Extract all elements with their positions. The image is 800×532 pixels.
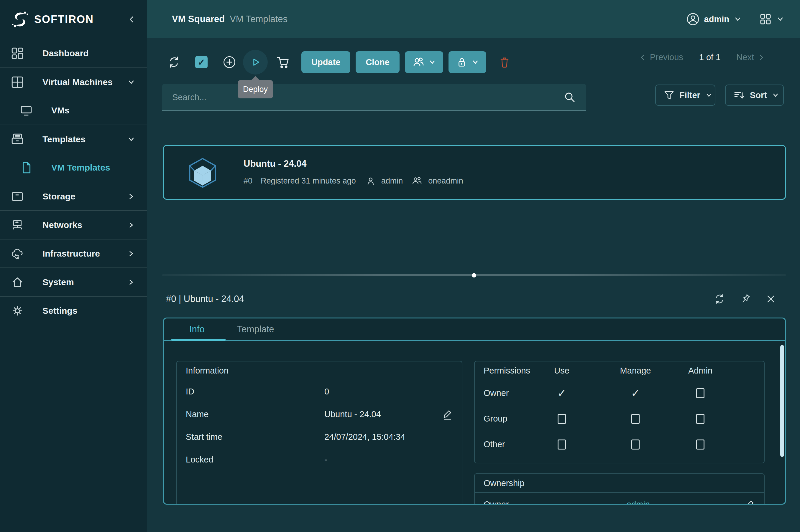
template-name: Ubuntu - 24.04 xyxy=(243,158,463,169)
sidebar-item-templates[interactable]: Templates xyxy=(0,125,147,153)
active-tab-underline xyxy=(171,339,225,341)
sidebar-item-label: Virtual Machines xyxy=(42,77,113,87)
permission-row-owner: Owner ✓ ✓ xyxy=(475,380,764,406)
sidebar-item-vms[interactable]: VMs xyxy=(0,96,147,125)
permissions-header: Permissions Use Manage Admin xyxy=(475,361,764,380)
sidebar-item-label: VM Templates xyxy=(51,163,110,173)
permission-checkbox[interactable] xyxy=(696,388,705,398)
select-all-checkbox[interactable] xyxy=(195,56,207,68)
networks-icon xyxy=(11,218,24,232)
search-icon[interactable] xyxy=(563,91,576,104)
apps-grid-icon xyxy=(759,13,772,26)
cart-icon[interactable] xyxy=(276,55,290,70)
permission-checkbox[interactable] xyxy=(696,439,705,450)
sidebar-item-label: Settings xyxy=(42,306,77,316)
chevron-down-icon xyxy=(734,15,742,23)
owner-value-link[interactable]: admin xyxy=(626,499,650,505)
permission-checkbox[interactable]: ✓ xyxy=(557,387,566,399)
create-button[interactable] xyxy=(222,55,236,69)
info-row-start-time: Start time 24/07/2024, 15:04:34 xyxy=(177,426,462,448)
permission-checkbox[interactable]: ✓ xyxy=(631,387,640,399)
people-icon xyxy=(412,175,422,186)
delete-button[interactable] xyxy=(498,56,511,69)
sidebar-item-system[interactable]: System xyxy=(0,267,147,296)
search-input[interactable] xyxy=(172,93,563,102)
next-page-button[interactable]: Next xyxy=(736,53,765,62)
previous-label: Previous xyxy=(650,53,683,62)
virtual-machines-icon xyxy=(11,75,24,89)
detail-panel: Info Template Information ID 0 Name Ubun… xyxy=(163,318,786,505)
chevron-down-icon xyxy=(472,58,479,66)
panel-resize-handle[interactable] xyxy=(162,274,786,276)
col-use: Use xyxy=(554,366,569,376)
row-label: Locked xyxy=(186,455,324,464)
chevron-right-icon xyxy=(127,192,135,201)
permission-checkbox[interactable] xyxy=(631,414,640,424)
row-label: Group xyxy=(475,414,538,423)
sidebar-item-dashboard[interactable]: Dashboard xyxy=(0,39,147,68)
info-row-name: Name Ubuntu - 24.04 xyxy=(177,403,462,426)
permission-row-group: Group xyxy=(475,406,764,432)
tab-template[interactable]: Template xyxy=(237,324,274,335)
template-registered: Registered 31 minutes ago xyxy=(261,176,356,186)
chevron-right-icon xyxy=(127,221,135,229)
user-menu[interactable]: admin xyxy=(686,12,742,26)
top-header: VM Squared VM Templates admin xyxy=(147,0,800,38)
sidebar-item-settings[interactable]: Settings xyxy=(0,296,147,325)
templates-icon xyxy=(11,133,24,146)
update-button[interactable]: Update xyxy=(302,51,350,73)
sidebar-item-virtual-machines[interactable]: Virtual Machines xyxy=(0,68,147,96)
chevron-down-icon xyxy=(705,91,713,99)
permission-checkbox[interactable] xyxy=(558,414,566,424)
sidebar-item-infrastructure[interactable]: Infrastructure xyxy=(0,239,147,267)
sidebar-collapse-icon[interactable] xyxy=(127,15,136,24)
filter-label: Filter xyxy=(679,91,700,100)
apps-menu[interactable] xyxy=(759,13,784,26)
row-value: - xyxy=(324,455,327,464)
sidebar-item-storage[interactable]: Storage xyxy=(0,182,147,210)
filter-button[interactable]: Filter xyxy=(655,84,715,106)
information-section: Information ID 0 Name Ubuntu - 24.04 Sta… xyxy=(176,361,462,505)
permission-checkbox[interactable] xyxy=(696,414,705,424)
logo-row: SOFTIRON xyxy=(0,0,147,39)
user-circle-icon xyxy=(686,12,700,26)
close-icon[interactable] xyxy=(765,293,777,305)
permission-checkbox[interactable] xyxy=(558,439,566,450)
row-label: Name xyxy=(186,410,324,419)
vm-template-card[interactable]: Ubuntu - 24.04 #0 Registered 31 minutes … xyxy=(163,145,786,200)
pin-icon[interactable] xyxy=(739,293,752,305)
sidebar-item-label: Templates xyxy=(42,134,86,144)
chevron-down-icon xyxy=(772,91,779,99)
pagination: Previous 1 of 1 Next xyxy=(639,53,765,62)
vm-templates-icon xyxy=(19,161,33,174)
deploy-tooltip: Deploy xyxy=(238,80,273,98)
permission-checkbox[interactable] xyxy=(631,439,640,450)
row-label: Owner xyxy=(484,499,626,505)
lock-icon xyxy=(456,56,468,68)
refresh-button[interactable] xyxy=(167,55,181,69)
detail-scrollbar[interactable] xyxy=(780,345,784,457)
sidebar-item-vm-templates[interactable]: VM Templates xyxy=(0,153,147,182)
toolbar: Update Clone xyxy=(147,49,511,75)
chevron-right-icon xyxy=(758,54,765,61)
previous-page-button[interactable]: Previous xyxy=(639,53,683,62)
sort-button[interactable]: Sort xyxy=(725,84,784,106)
detail-title: #0 | Ubuntu - 24.04 xyxy=(166,294,244,304)
page-title: VM Squared xyxy=(172,14,225,24)
tab-info[interactable]: Info xyxy=(189,324,205,335)
detail-refresh-icon[interactable] xyxy=(713,293,726,305)
edit-owner-icon[interactable] xyxy=(743,498,755,505)
clone-button[interactable]: Clone xyxy=(356,51,400,73)
deploy-button[interactable] xyxy=(243,50,268,75)
person-icon xyxy=(366,176,375,186)
permission-row-other: Other xyxy=(475,432,764,457)
ownership-dropdown-button[interactable] xyxy=(405,51,443,73)
softiron-logo-icon xyxy=(11,11,29,28)
edit-name-icon[interactable] xyxy=(441,408,453,420)
sidebar-item-networks[interactable]: Networks xyxy=(0,210,147,239)
sidebar-item-label: System xyxy=(42,277,74,287)
sidebar-item-label: Dashboard xyxy=(42,48,89,58)
row-value: 0 xyxy=(324,387,329,397)
main-content: Update Clone xyxy=(147,38,800,532)
lock-dropdown-button[interactable] xyxy=(449,51,486,73)
